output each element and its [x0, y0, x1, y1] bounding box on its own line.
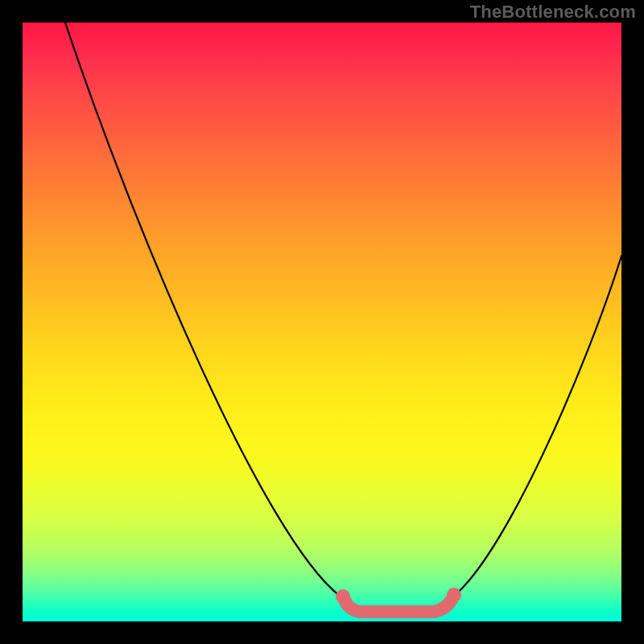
- optimal-left-dot: [336, 589, 350, 604]
- chart-stage: TheBottleneck.com: [0, 0, 644, 644]
- optimal-range-marker: [23, 23, 621, 621]
- plot-area: [23, 23, 621, 621]
- watermark-text: TheBottleneck.com: [470, 2, 636, 23]
- optimal-range-path: [345, 600, 452, 612]
- optimal-right-dot: [447, 588, 461, 602]
